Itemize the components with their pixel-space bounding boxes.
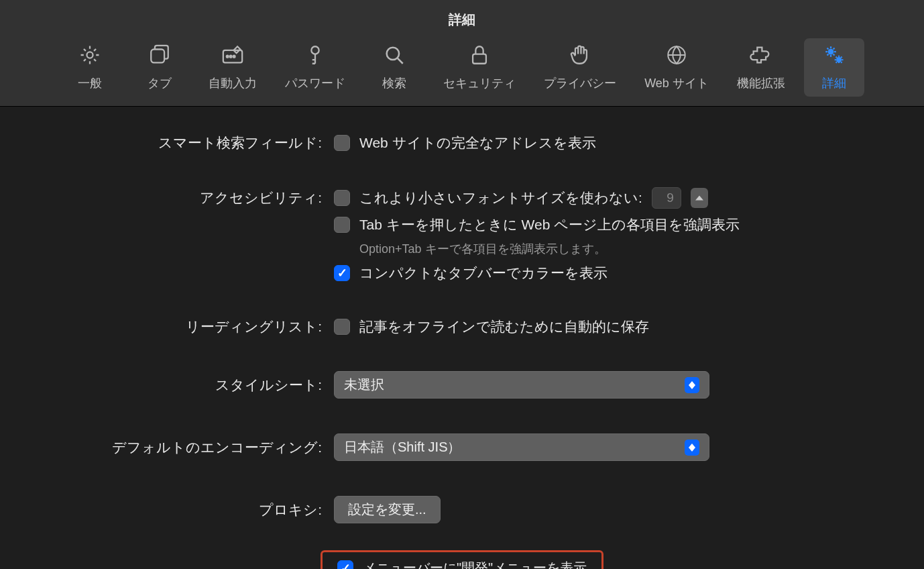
key-icon bbox=[304, 44, 327, 70]
min-font-size-checkbox[interactable] bbox=[334, 190, 350, 206]
encoding-label: デフォルトのエンコーディング: bbox=[40, 438, 322, 457]
tab-advanced[interactable]: 詳細 bbox=[804, 38, 864, 97]
develop-menu-highlight: メニューバーに"開発"メニューを表示 bbox=[321, 550, 603, 569]
font-size-stepper[interactable] bbox=[691, 188, 708, 208]
stylesheet-select[interactable]: 未選択 bbox=[334, 371, 709, 399]
svg-point-10 bbox=[829, 50, 833, 54]
tab-autofill[interactable]: 自動入力 bbox=[199, 38, 266, 97]
svg-rect-8 bbox=[473, 54, 486, 64]
globe-icon bbox=[665, 44, 688, 70]
tab-security[interactable]: セキュリティ bbox=[434, 38, 525, 97]
tab-label: Web サイト bbox=[644, 75, 709, 91]
tab-tabs[interactable]: タブ bbox=[129, 38, 190, 97]
tab-privacy[interactable]: プライバシー bbox=[534, 38, 626, 97]
tab-label: 自動入力 bbox=[209, 75, 257, 91]
stylesheet-label: スタイルシート: bbox=[40, 376, 322, 395]
svg-point-11 bbox=[837, 58, 841, 62]
save-offline-checkbox[interactable] bbox=[334, 319, 350, 335]
min-font-size-text: これより小さいフォントサイズを使わない: bbox=[359, 189, 642, 207]
lock-icon bbox=[468, 44, 491, 70]
tab-highlight-checkbox[interactable] bbox=[334, 217, 350, 233]
show-develop-menu-text: メニューバーに"開発"メニューを表示 bbox=[363, 559, 587, 569]
save-offline-text: 記事をオフラインで読むために自動的に保存 bbox=[359, 317, 649, 336]
preferences-content: スマート検索フィールド: Web サイトの完全なアドレスを表示 アクセシビリティ… bbox=[0, 107, 924, 569]
tab-general[interactable]: 一般 bbox=[60, 38, 120, 97]
tab-label: タブ bbox=[148, 75, 172, 91]
tab-label: セキュリティ bbox=[443, 75, 516, 91]
tab-label: 検索 bbox=[382, 75, 406, 91]
smart-search-label: スマート検索フィールド: bbox=[40, 134, 322, 152]
hand-icon bbox=[569, 44, 591, 70]
svg-point-4 bbox=[230, 56, 232, 58]
tabs-icon bbox=[148, 44, 171, 70]
tab-label: プライバシー bbox=[544, 75, 616, 91]
svg-point-5 bbox=[233, 56, 235, 58]
font-size-field[interactable]: 9 bbox=[652, 187, 681, 209]
encoding-value: 日本語（Shift JIS） bbox=[344, 438, 461, 456]
reading-list-label: リーディングリスト: bbox=[40, 317, 322, 336]
tab-websites[interactable]: Web サイト bbox=[635, 38, 718, 97]
tab-highlight-hint: Option+Tab キーで各項目を強調表示します。 bbox=[359, 241, 606, 257]
compact-tab-color-checkbox[interactable] bbox=[334, 265, 350, 281]
encoding-select[interactable]: 日本語（Shift JIS） bbox=[334, 433, 709, 461]
proxy-settings-button[interactable]: 設定を変更... bbox=[334, 496, 441, 523]
svg-rect-1 bbox=[151, 50, 164, 63]
pencil-card-icon bbox=[221, 44, 244, 70]
window-title: 詳細 bbox=[0, 0, 924, 34]
show-full-address-text: Web サイトの完全なアドレスを表示 bbox=[359, 134, 596, 152]
tab-passwords[interactable]: パスワード bbox=[276, 38, 355, 97]
tab-label: 機能拡張 bbox=[737, 75, 785, 91]
show-full-address-checkbox[interactable] bbox=[334, 135, 350, 151]
svg-point-3 bbox=[227, 56, 229, 58]
preferences-toolbar: 一般 タブ 自動入力 パスワード 検索 セキュリティ プライバシー bbox=[0, 34, 924, 107]
stylesheet-value: 未選択 bbox=[344, 376, 384, 394]
accessibility-label: アクセシビリティ: bbox=[40, 189, 322, 207]
select-arrows-icon bbox=[685, 377, 699, 393]
tab-label: 一般 bbox=[78, 75, 102, 91]
gears-icon bbox=[823, 44, 846, 70]
tab-label: 詳細 bbox=[822, 75, 846, 91]
svg-point-6 bbox=[311, 46, 319, 54]
svg-point-7 bbox=[387, 48, 399, 60]
svg-point-0 bbox=[87, 52, 93, 58]
select-arrows-icon bbox=[685, 439, 699, 456]
tab-highlight-text: Tab キーを押したときに Web ページ上の各項目を強調表示 bbox=[359, 215, 740, 234]
show-develop-menu-checkbox[interactable] bbox=[337, 560, 353, 570]
proxy-label: プロキシ: bbox=[40, 501, 322, 519]
search-icon bbox=[383, 44, 406, 70]
tab-extensions[interactable]: 機能拡張 bbox=[728, 38, 795, 97]
compact-tab-color-text: コンパクトなタブバーでカラーを表示 bbox=[359, 264, 608, 282]
puzzle-icon bbox=[750, 44, 772, 70]
tab-search[interactable]: 検索 bbox=[364, 38, 424, 97]
tab-label: パスワード bbox=[285, 75, 345, 91]
gear-icon bbox=[78, 44, 101, 70]
